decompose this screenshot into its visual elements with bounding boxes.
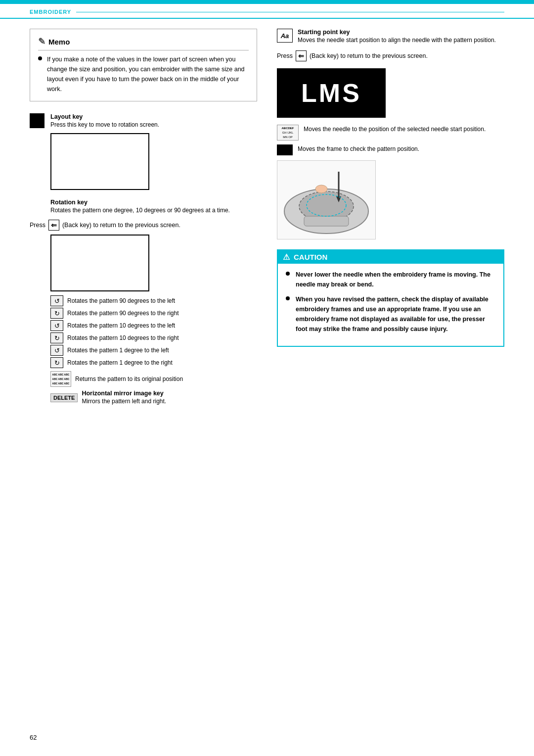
caution-bullet-1 xyxy=(286,272,290,276)
press-back-right: Press ⇐ (Back key) to return to the prev… xyxy=(277,50,504,61)
aa-icon: Aa xyxy=(277,29,293,43)
back-key-icon-right: ⇐ xyxy=(296,50,307,61)
memo-title-text: Memo xyxy=(48,38,70,46)
sp-key-desc: Moves the needle start position to align… xyxy=(298,36,496,45)
caution-icon: ⚠ xyxy=(283,252,290,262)
delete-icon: DELETE xyxy=(50,393,78,402)
press-label-left: Press xyxy=(30,222,45,229)
rotation-key-desc: Rotates the pattern one degree, 10 degre… xyxy=(50,206,257,215)
content: ✎ Memo If you make a note of the values … xyxy=(0,19,534,434)
back-key-text-left: (Back key) to return to the previous scr… xyxy=(62,222,180,229)
rotation-arrows-grid: ↺ Rotates the pattern 90 degrees to the … xyxy=(50,295,257,368)
original-position-text: Returns the pattern to its original posi… xyxy=(75,376,183,382)
rotation-key-section: Rotation key Rotates the pattern one deg… xyxy=(30,199,257,406)
sp-key-name: Starting point key xyxy=(298,29,496,36)
section-line xyxy=(76,12,504,12)
rotation-key-info: Rotation key Rotates the pattern one deg… xyxy=(50,199,257,215)
original-position-icon: ABCABCABC ABCABCABC ABCABCABC xyxy=(50,371,71,387)
rot-desc-5: Rotates the pattern 1 degree to the left xyxy=(67,347,169,354)
sp-header: Aa Starting point key Moves the needle s… xyxy=(277,29,504,45)
lms-text: LMS xyxy=(301,78,361,108)
horizontal-mirror-name: Horizontal mirror image key xyxy=(82,390,166,397)
original-position-row: ABCABCABC ABCABCABC ABCABCABC Returns th… xyxy=(50,371,257,387)
starting-point-section: Aa Starting point key Moves the needle s… xyxy=(277,29,504,239)
needle-start-desc-2: Moves the frame to check the pattern pos… xyxy=(298,144,419,153)
caution-text-1: Never lower the needle when the embroide… xyxy=(296,270,495,289)
layout-key-header: Layout key Press this key to move to rot… xyxy=(30,113,257,129)
memo-content: If you make a note of the values in the … xyxy=(38,54,249,94)
rot-desc-1: Rotates the pattern 90 degrees to the le… xyxy=(67,297,175,304)
needle-start-row-2: Moves the frame to check the pattern pos… xyxy=(277,144,504,155)
horizontal-mirror-row: DELETE Horizontal mirror image key Mirro… xyxy=(50,390,257,406)
page-number: 62 xyxy=(30,734,37,741)
rotation-key-header: Rotation key Rotates the pattern one deg… xyxy=(30,199,257,215)
caution-item-2: When you have revised the pattern, check… xyxy=(286,294,495,334)
memo-bullet xyxy=(38,56,42,60)
press-back-left: Press ⇐ (Back key) to return to the prev… xyxy=(30,220,257,231)
back-key-text-right: (Back key) to return to the previous scr… xyxy=(310,52,428,59)
rotation-screen-box xyxy=(50,235,149,291)
caution-box: ⚠ CAUTION Never lower the needle when th… xyxy=(277,249,504,347)
right-column: Aa Starting point key Moves the needle s… xyxy=(277,29,504,415)
memo-icon: ✎ xyxy=(38,36,45,47)
layout-key-icon xyxy=(30,113,44,128)
horizontal-mirror-desc: Mirrors the pattern left and right. xyxy=(82,397,166,406)
rot-desc-6: Rotates the pattern 1 degree to the righ… xyxy=(67,359,173,366)
frame-svg xyxy=(279,162,373,238)
layout-key-name: Layout key xyxy=(50,113,257,120)
sp-info: Starting point key Moves the needle star… xyxy=(298,29,496,45)
svg-rect-5 xyxy=(304,216,349,226)
memo-title: ✎ Memo xyxy=(38,36,249,50)
rot-symbol-1: ↺ xyxy=(50,295,63,306)
rotation-row-1: ↺ Rotates the pattern 90 degrees to the … xyxy=(50,295,257,306)
rot-symbol-6: ↻ xyxy=(50,357,63,368)
left-column: ✎ Memo If you make a note of the values … xyxy=(30,29,257,415)
caution-title: ⚠ CAUTION xyxy=(278,250,503,264)
back-key-icon-left: ⇐ xyxy=(48,220,59,231)
rot-desc-4: Rotates the pattern 10 degrees to the ri… xyxy=(67,334,178,341)
needle-start-desc-1: Moves the needle to the position of the … xyxy=(304,125,486,134)
rot-desc-3: Rotates the pattern 10 degrees to the le… xyxy=(67,322,175,329)
layout-screen-box xyxy=(50,133,149,190)
svg-point-4 xyxy=(315,185,327,193)
rotation-row-4: ↻ Rotates the pattern 10 degrees to the … xyxy=(50,332,257,343)
rotation-row-5: ↺ Rotates the pattern 1 degree to the le… xyxy=(50,345,257,356)
caution-item-1: Never lower the needle when the embroide… xyxy=(286,270,495,289)
rotation-key-name: Rotation key xyxy=(50,199,257,206)
caution-text-2: When you have revised the pattern, check… xyxy=(296,294,495,334)
rotation-row-6: ↻ Rotates the pattern 1 degree to the ri… xyxy=(50,357,257,368)
layout-key-desc: Press this key to move to rotation scree… xyxy=(50,120,257,129)
section-header: EMBROIDERY xyxy=(0,4,534,19)
memo-text: If you make a note of the values in the … xyxy=(47,54,249,94)
rot-symbol-3: ↺ xyxy=(50,320,63,331)
abc-icon-1: ABCDEF GH IJKL MN OP xyxy=(277,125,299,141)
black-square-icon xyxy=(277,144,293,155)
press-label-right: Press xyxy=(277,52,293,59)
lms-display-box: LMS xyxy=(277,68,386,118)
horizontal-mirror-info: Horizontal mirror image key Mirrors the … xyxy=(82,390,166,406)
caution-bullet-2 xyxy=(286,296,290,300)
section-label: EMBROIDERY xyxy=(30,9,71,15)
page: EMBROIDERY ✎ Memo If you make a note of … xyxy=(0,0,534,756)
memo-box: ✎ Memo If you make a note of the values … xyxy=(30,29,257,101)
frame-illustration xyxy=(277,160,376,239)
layout-key-info: Layout key Press this key to move to rot… xyxy=(50,113,257,129)
rot-symbol-2: ↻ xyxy=(50,308,63,319)
top-bar xyxy=(0,0,534,4)
layout-key-section: Layout key Press this key to move to rot… xyxy=(30,113,257,190)
caution-title-text: CAUTION xyxy=(294,253,327,261)
caution-text: Never lower the needle when the embroide… xyxy=(286,270,495,334)
needle-start-row-1: ABCDEF GH IJKL MN OP Moves the needle to… xyxy=(277,125,504,141)
rot-symbol-4: ↻ xyxy=(50,332,63,343)
rotation-row-2: ↻ Rotates the pattern 90 degrees to the … xyxy=(50,308,257,319)
rot-desc-2: Rotates the pattern 90 degrees to the ri… xyxy=(67,310,178,317)
rotation-row-3: ↺ Rotates the pattern 10 degrees to the … xyxy=(50,320,257,331)
rot-symbol-5: ↺ xyxy=(50,345,63,356)
